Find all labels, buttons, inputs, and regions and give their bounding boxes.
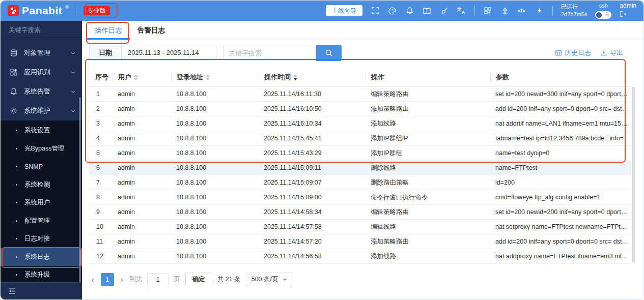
sidebar-subitem-snmp[interactable]: SNMP [1,158,82,176]
logout-icon[interactable] [620,10,627,18]
prev-page-button[interactable]: ‹ [90,276,96,284]
cell-op: 编辑策略路由 [366,208,490,217]
column-header-op-time[interactable]: 操作时间 [259,73,366,81]
tab-alarm-log[interactable]: 告警日志 [130,21,173,40]
sidebar-subitem-system-settings[interactable]: 系统设置 [1,122,82,140]
user-menu: admin [620,2,636,20]
cell-user: admin [113,105,171,112]
cell-op: 删除线路 [366,164,490,172]
history-log-link[interactable]: 历史日志 [555,48,591,57]
sidebar-subitem-label: 系统升级 [24,271,50,279]
sidebar-item-objects[interactable]: 对象管理 [1,43,82,63]
chevron-down-icon [70,88,76,95]
cell-op: 添加IP群组IP [366,134,490,143]
layout-grid-icon[interactable] [483,6,492,15]
cell-user: admin [113,120,171,127]
sidebar-subitem-system-upgrade[interactable]: 系统升级 [1,266,82,284]
sidebar-item-system-maintain[interactable]: 系统维护 [1,101,82,121]
sidebar-item-system-alarm[interactable]: 系统告警 [1,82,82,101]
next-page-button[interactable]: › [119,276,125,284]
search-icon [325,49,333,57]
column-header-operation: 操作 [366,73,490,81]
sidebar-subitem-system-log[interactable]: 系统日志 [1,248,82,266]
table-row: 8admin10.8.8.1002025.11.14/15:09:00命令行窗口… [89,190,631,205]
sort-arrows-icon[interactable] [134,74,138,80]
column-label: 操作时间 [264,73,291,81]
keyword-search-input[interactable] [223,45,316,61]
notification-bell-icon[interactable] [405,6,414,15]
sidebar-subitem-bypass[interactable]: 光Bypass管理 [1,140,82,158]
sidebar-subitem-label: SNMP [24,163,43,170]
translate-icon[interactable]: 文A [457,6,466,15]
header-divider [474,6,475,16]
code-icon[interactable]: </> [518,6,527,15]
palette-icon[interactable] [388,6,397,15]
cell-time: 2025.11.14/14:58:34 [259,208,366,216]
page-size-select[interactable]: 500 条/页 [246,273,293,286]
table-row: 1admin10.8.8.1002025.11.14/16:11:30编辑策略路… [89,87,631,102]
cell-time: 2025.11.14/15:43:29 [259,149,366,157]
main-scrollbar[interactable] [632,87,635,262]
cell-time: 2025.11.14/14:57:20 [259,238,366,245]
sidebar-subitem-log-connect[interactable]: 日志对接 [1,230,82,248]
cell-user: admin [113,135,171,142]
export-link[interactable]: 导出 [600,48,623,57]
sidebar-subitem-config-manage[interactable]: 配置管理 [1,212,82,230]
collapse-sidebar-icon[interactable] [8,287,16,295]
user-name: admin [620,2,636,9]
cell-time: 2025.11.14/14:56:58 [259,253,366,260]
upgrade-arrow-icon[interactable] [500,6,510,15]
cell-user: admin [113,91,171,98]
column-label: 序号 [95,73,108,81]
cell-op: 添加策略路由 [366,105,490,113]
date-range-group: 日期 2025.11.13 - 2025.11.14 [89,45,216,61]
sidebar-subitem-label: 日志对接 [24,234,50,243]
tab-operations-log[interactable]: 操作日志 [87,21,130,40]
cell-params: set id=200 newid=300 inif=any sport=0 dp… [490,91,631,98]
column-header-login-addr[interactable]: 登录地址 [171,73,259,81]
date-range-input[interactable]: 2025.11.13 - 2025.11.14 [121,45,216,61]
download-icon [600,49,607,56]
sidebar-item-label: 系统维护 [24,106,70,115]
table-row: 4admin10.8.8.1002025.11.14/15:45:41添加IP群… [89,131,631,146]
current-page-button[interactable]: 1 [101,273,114,286]
sidebar-item-app-identify[interactable]: 应用识别 [1,63,82,82]
cell-user: admin [113,208,171,216]
confirm-page-button[interactable]: 确定 [185,273,212,286]
cell-op: 编辑策略路由 [366,90,490,99]
sidebar-subitem-label: 系统用户 [24,198,50,207]
bullet-dot-icon [16,184,17,186]
search-button[interactable] [316,45,342,61]
sidebar-subitem-label: 光Bypass管理 [24,144,65,153]
sort-arrows-icon[interactable] [293,74,297,80]
clean-broom-icon[interactable] [440,6,449,15]
sidebar-search-input[interactable] [9,26,91,34]
header-divider [552,6,553,16]
sidebar-scrollbar[interactable] [79,97,81,300]
column-header-user[interactable]: 用户 [113,73,171,81]
uptime-status: 已运行 2d7h7m5s [561,3,587,18]
sidebar-subitem-system-detect[interactable]: 系统检测 [1,176,82,194]
table-row: 7admin10.8.8.1002025.11.14/15:09:07删除路由策… [89,175,631,190]
onboarding-wizard-button[interactable]: 上线向导 [326,5,362,16]
cell-op: 命令行窗口执行命令 [366,193,490,202]
goto-page-input[interactable] [147,273,169,286]
header-divider [76,6,76,16]
cell-time: 2025.11.14/15:45:41 [259,135,366,142]
sidebar-item-label: 系统告警 [24,87,70,96]
sidebar-item-label: 对象管理 [24,48,70,57]
cell-time: 2025.11.14/15:09:07 [259,179,366,186]
cell-seq: 10 [89,223,113,230]
sidebar-subitem-system-users[interactable]: 系统用户 [1,194,82,212]
edition-badge: 专业版 [83,6,110,15]
table-row: 3admin10.8.8.1002025.11.14/16:10:34添加线路n… [89,116,631,131]
sort-arrows-icon[interactable] [206,74,210,80]
database-icon [10,49,18,57]
page-unit-label: 页 [174,275,180,284]
lightning-icon[interactable] [535,6,544,15]
fullscreen-icon[interactable] [371,6,380,15]
docs-book-icon[interactable] [423,6,432,15]
svg-text:A: A [462,10,465,15]
cell-addr: 10.8.8.100 [171,223,259,230]
ssh-toggle[interactable]: 关 [595,11,611,19]
